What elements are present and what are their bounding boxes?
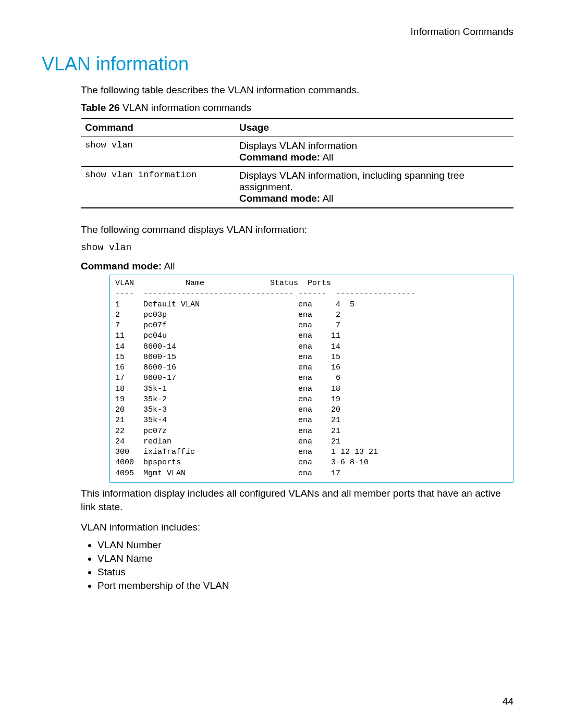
table-caption-label: Table 26 bbox=[81, 102, 120, 113]
cli-output: VLAN Name Status Ports ---- ------------… bbox=[109, 275, 513, 483]
page: Information Commands VLAN information Th… bbox=[0, 0, 563, 728]
cmd-cell: show vlan information bbox=[81, 166, 235, 208]
example-mode-label: Command mode: bbox=[81, 261, 162, 272]
example-command: show vlan bbox=[81, 241, 513, 254]
command-mode-value: All bbox=[320, 152, 333, 163]
command-mode-label: Command mode: bbox=[239, 152, 320, 163]
section-heading: VLAN information bbox=[42, 53, 513, 75]
list-item: Port membership of the VLAN bbox=[97, 580, 513, 591]
table-header-row: Command Usage bbox=[81, 118, 513, 137]
example-mode: Command mode: All bbox=[81, 260, 513, 273]
th-command: Command bbox=[81, 118, 235, 137]
usage-cell: Displays VLAN information, including spa… bbox=[235, 166, 513, 208]
table-caption: Table 26 VLAN information commands bbox=[81, 102, 513, 114]
usage-desc: Displays VLAN information, including spa… bbox=[239, 170, 464, 192]
page-header: Information Commands bbox=[42, 26, 513, 38]
th-usage: Usage bbox=[235, 118, 513, 137]
usage-cell: Displays VLAN information Command mode: … bbox=[235, 137, 513, 166]
bullet-list: VLAN Number VLAN Name Status Port member… bbox=[81, 539, 513, 591]
example-intro: The following command displays VLAN info… bbox=[81, 223, 513, 237]
page-number: 44 bbox=[503, 696, 513, 707]
table-caption-text: VLAN information commands bbox=[120, 102, 251, 113]
command-mode-value: All bbox=[320, 193, 333, 204]
list-item: Status bbox=[97, 566, 513, 578]
command-mode-label: Command mode: bbox=[239, 193, 320, 204]
list-item: VLAN Number bbox=[97, 539, 513, 551]
list-item: VLAN Name bbox=[97, 553, 513, 564]
commands-table: Command Usage show vlan Displays VLAN in… bbox=[81, 118, 513, 208]
intro-text: The following table describes the VLAN i… bbox=[81, 83, 513, 97]
table-row: show vlan Displays VLAN information Comm… bbox=[81, 137, 513, 166]
after-output-2: VLAN information includes: bbox=[81, 521, 513, 534]
cmd-cell: show vlan bbox=[81, 137, 235, 166]
after-output-1: This information display includes all co… bbox=[81, 487, 513, 513]
table-row: show vlan information Displays VLAN info… bbox=[81, 166, 513, 208]
usage-desc: Displays VLAN information bbox=[239, 140, 357, 151]
example-mode-value: All bbox=[162, 261, 175, 272]
